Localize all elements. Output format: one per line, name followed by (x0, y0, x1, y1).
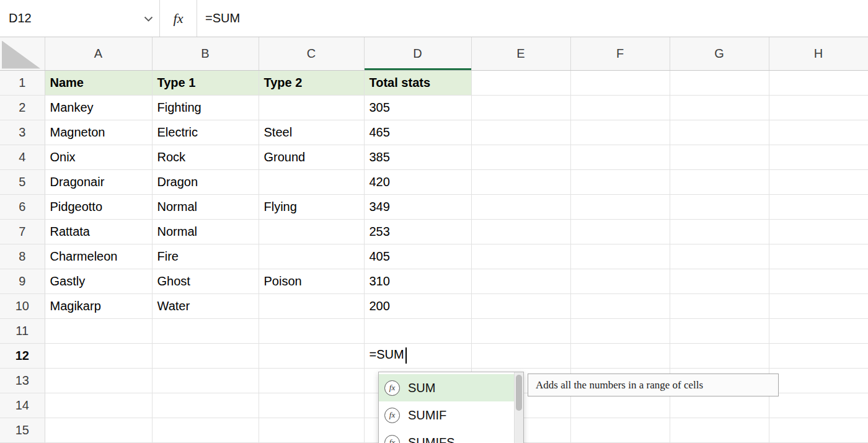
cell[interactable] (769, 95, 868, 120)
cell[interactable]: 465 (364, 120, 471, 145)
cell[interactable] (670, 343, 769, 368)
row-header[interactable]: 6 (0, 194, 45, 219)
cell[interactable] (45, 368, 152, 393)
cell[interactable]: Type 2 (259, 70, 364, 95)
row-header[interactable]: 7 (0, 219, 45, 244)
cell[interactable] (570, 169, 670, 194)
cell[interactable] (670, 70, 769, 95)
cell[interactable] (670, 95, 769, 120)
autocomplete-item-sumifs[interactable]: fx SUMIFS (379, 429, 514, 443)
cell[interactable] (670, 145, 769, 169)
cell[interactable]: 385 (364, 145, 471, 169)
cell[interactable]: 405 (364, 244, 471, 269)
autocomplete-item-sumif[interactable]: fx SUMIF (379, 401, 514, 429)
cell[interactable] (152, 343, 259, 368)
cell[interactable] (769, 418, 868, 442)
cell[interactable]: Flying (259, 194, 364, 219)
cell[interactable] (769, 219, 868, 244)
cell[interactable] (769, 244, 868, 269)
cell[interactable] (670, 169, 769, 194)
cell[interactable] (670, 269, 769, 293)
cell[interactable]: Rattata (45, 219, 152, 244)
row-header[interactable]: 2 (0, 95, 45, 120)
cell[interactable]: Magneton (45, 120, 152, 145)
cell[interactable]: Normal (152, 194, 259, 219)
cell[interactable] (570, 120, 670, 145)
cell[interactable]: 253 (364, 219, 471, 244)
row-header[interactable]: 3 (0, 120, 45, 145)
cell[interactable]: 349 (364, 194, 471, 219)
cell[interactable] (570, 343, 670, 368)
cell[interactable] (670, 244, 769, 269)
row-header[interactable]: 5 (0, 169, 45, 194)
cell[interactable] (570, 269, 670, 293)
column-header-h[interactable]: H (769, 37, 868, 70)
cell[interactable] (670, 393, 769, 418)
column-header-d[interactable]: D (364, 37, 471, 70)
cell[interactable] (670, 418, 769, 442)
cell[interactable] (670, 120, 769, 145)
cell[interactable] (152, 368, 259, 393)
column-header-g[interactable]: G (670, 37, 769, 70)
cell[interactable]: Mankey (45, 95, 152, 120)
row-header[interactable]: 12 (0, 343, 45, 368)
cell[interactable]: Name (45, 70, 152, 95)
row-header[interactable]: 8 (0, 244, 45, 269)
row-header[interactable]: 15 (0, 418, 45, 442)
row-header[interactable]: 1 (0, 70, 45, 95)
cell[interactable]: Normal (152, 219, 259, 244)
cell[interactable] (259, 393, 364, 418)
cell[interactable] (45, 393, 152, 418)
cell[interactable] (259, 318, 364, 343)
scrollbar-thumb[interactable] (516, 375, 522, 411)
cell[interactable] (471, 70, 570, 95)
cell[interactable] (152, 318, 259, 343)
cell[interactable] (769, 318, 868, 343)
autocomplete-item-sum[interactable]: fx SUM (379, 374, 514, 401)
cell[interactable] (570, 418, 670, 442)
cell[interactable]: 420 (364, 169, 471, 194)
cell[interactable] (152, 418, 259, 442)
cell[interactable] (769, 269, 868, 293)
cell[interactable]: Steel (259, 120, 364, 145)
cell[interactable] (45, 343, 152, 368)
cell[interactable]: Fire (152, 244, 259, 269)
cell[interactable] (570, 70, 670, 95)
cell[interactable] (259, 293, 364, 318)
row-header[interactable]: 9 (0, 269, 45, 293)
select-all-corner[interactable] (0, 37, 45, 70)
cell[interactable] (259, 418, 364, 442)
insert-function-button[interactable]: fx (160, 0, 197, 37)
cell[interactable]: Gastly (45, 269, 152, 293)
cell[interactable] (45, 318, 152, 343)
cell[interactable]: Electric (152, 120, 259, 145)
cell[interactable] (769, 368, 868, 393)
cell[interactable]: Water (152, 293, 259, 318)
cell[interactable] (471, 269, 570, 293)
cell[interactable] (570, 95, 670, 120)
column-header-e[interactable]: E (471, 37, 570, 70)
cell[interactable] (670, 318, 769, 343)
cell[interactable]: Ghost (152, 269, 259, 293)
row-header[interactable]: 13 (0, 368, 45, 393)
cell[interactable] (471, 120, 570, 145)
scrollbar[interactable] (514, 372, 523, 443)
cell[interactable] (570, 244, 670, 269)
cell[interactable] (471, 145, 570, 169)
chevron-down-icon[interactable] (144, 11, 153, 25)
cell[interactable] (670, 194, 769, 219)
cell[interactable]: Dragonair (45, 169, 152, 194)
cell[interactable] (769, 393, 868, 418)
cell[interactable] (45, 418, 152, 442)
cell[interactable]: 305 (364, 95, 471, 120)
cell[interactable] (259, 169, 364, 194)
cell[interactable]: Charmeleon (45, 244, 152, 269)
cell[interactable] (769, 169, 868, 194)
cell[interactable] (471, 343, 570, 368)
cell[interactable] (471, 194, 570, 219)
row-header[interactable]: 4 (0, 145, 45, 169)
cell[interactable] (471, 318, 570, 343)
cell[interactable] (471, 219, 570, 244)
cell[interactable] (259, 219, 364, 244)
cell[interactable] (570, 219, 670, 244)
